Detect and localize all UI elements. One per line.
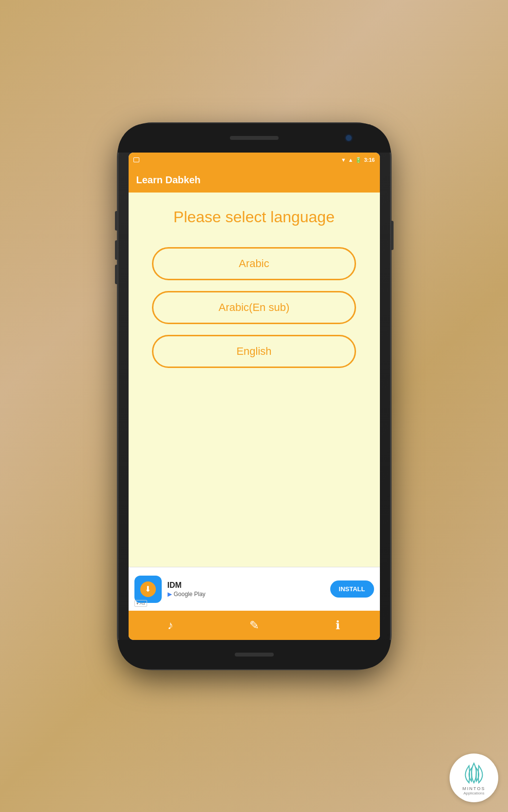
install-button[interactable]: INSTALL <box>330 580 374 598</box>
phone-camera <box>346 135 352 141</box>
bottom-nav: ♪ ✎ ℹ <box>129 611 380 640</box>
status-bar: ▼ ▲ 🔋 3:16 <box>129 153 380 167</box>
status-left <box>133 153 139 167</box>
main-content: Please select language Arabic Arabic(En … <box>129 193 380 567</box>
battery-icon: 🔋 <box>355 157 362 163</box>
phone-bottom-bezel <box>118 640 391 669</box>
home-button[interactable] <box>235 653 274 657</box>
phone-device: ▼ ▲ 🔋 3:16 Learn Dabkeh Please select la… <box>118 123 391 669</box>
ad-icon-download: ⬇ <box>140 581 156 597</box>
arabic-button[interactable]: Arabic <box>152 247 356 280</box>
ad-store-name: Google Play <box>174 591 206 598</box>
prompt-text: Please select language <box>173 207 335 228</box>
ad-tag: ▾ Ad <box>134 600 147 607</box>
info-icon: ℹ <box>336 619 340 632</box>
app-bar: Learn Dabkeh <box>129 167 380 193</box>
mintos-subtitle: Applications <box>463 791 484 795</box>
ad-app-icon: ⬇ <box>134 576 162 603</box>
ad-text-area: IDM ▶ Google Play <box>168 581 324 598</box>
music-icon: ♪ <box>168 619 173 632</box>
arabic-en-sub-button[interactable]: Arabic(En sub) <box>152 291 356 324</box>
info-nav-button[interactable]: ℹ <box>326 613 350 638</box>
phone-screen: ▼ ▲ 🔋 3:16 Learn Dabkeh Please select la… <box>129 153 380 640</box>
language-buttons: Arabic Arabic(En sub) English <box>138 247 370 368</box>
english-button[interactable]: English <box>152 335 356 368</box>
ad-app-name: IDM <box>168 581 324 590</box>
mintos-svg-icon <box>459 761 489 785</box>
google-play-icon: ▶ <box>168 591 172 598</box>
signal-icon: ▲ <box>348 157 354 163</box>
clock: 3:16 <box>364 157 375 163</box>
mintos-logo: MINTOS Applications <box>450 754 498 802</box>
wifi-icon: ▼ <box>341 157 346 163</box>
mintos-name: MINTOS <box>463 786 486 791</box>
edit-nav-button[interactable]: ✎ <box>242 613 266 638</box>
app-title: Learn Dabkeh <box>136 174 201 186</box>
phone-top-bezel <box>118 123 391 153</box>
music-nav-button[interactable]: ♪ <box>158 613 183 638</box>
phone-speaker <box>230 136 279 140</box>
edit-icon: ✎ <box>249 619 259 632</box>
ad-banner: ⬇ IDM ▶ Google Play INSTALL ▾ Ad <box>129 567 380 611</box>
phone-body: ▼ ▲ 🔋 3:16 Learn Dabkeh Please select la… <box>118 123 391 669</box>
ad-google-play: ▶ Google Play <box>168 591 324 598</box>
status-icons: ▼ ▲ 🔋 3:16 <box>341 157 375 163</box>
notification-icon <box>133 157 139 162</box>
